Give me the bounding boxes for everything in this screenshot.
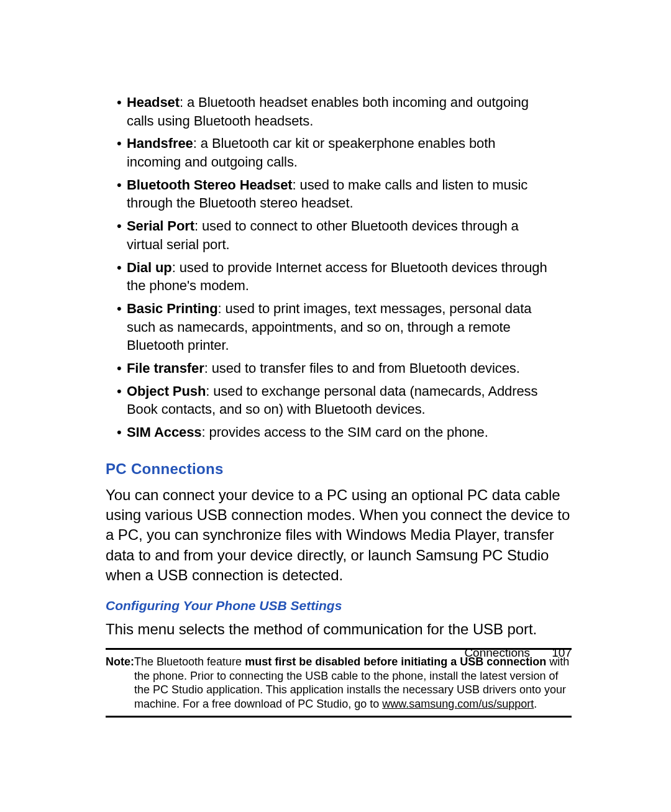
note-text-end: . xyxy=(534,698,537,710)
list-term: Bluetooth Stereo Headset xyxy=(127,177,293,193)
list-item: Bluetooth Stereo Headset: used to make c… xyxy=(117,176,553,212)
page-footer: Connections 107 xyxy=(464,646,572,660)
list-text: : a Bluetooth headset enables both incom… xyxy=(127,94,529,129)
list-text: : provides access to the SIM card on the… xyxy=(201,424,488,440)
list-item: Basic Printing: used to print images, te… xyxy=(117,299,553,355)
list-term: Serial Port xyxy=(127,218,194,234)
list-item: File transfer: used to transfer files to… xyxy=(117,359,553,378)
list-text: : used to transfer files to and from Blu… xyxy=(204,360,520,376)
list-item: Serial Port: used to connect to other Bl… xyxy=(117,217,553,253)
list-term: Object Push xyxy=(127,383,206,399)
footer-page-number: 107 xyxy=(552,646,572,659)
document-page: Headset: a Bluetooth headset enables bot… xyxy=(0,0,671,812)
list-item: Dial up: used to provide Internet access… xyxy=(117,258,553,295)
note-body: The Bluetooth feature must first be disa… xyxy=(134,655,572,711)
list-item: Headset: a Bluetooth headset enables bot… xyxy=(117,93,553,130)
footer-chapter: Connections xyxy=(464,646,530,659)
note-label: Note: xyxy=(106,655,134,669)
section-body-text: You can connect your device to a PC usin… xyxy=(106,485,572,586)
subsection-heading-usb-settings: Configuring Your Phone USB Settings xyxy=(106,598,572,613)
list-text: : used to provide Internet access for Bl… xyxy=(127,260,547,294)
list-term: Dial up xyxy=(127,260,172,275)
list-item: Object Push: used to exchange personal d… xyxy=(117,382,553,419)
bluetooth-profiles-list: Headset: a Bluetooth headset enables bot… xyxy=(106,93,572,442)
list-term: Basic Printing xyxy=(127,301,218,316)
note-link[interactable]: www.samsung.com/us/support xyxy=(382,698,534,710)
list-item: Handsfree: a Bluetooth car kit or speake… xyxy=(117,134,553,171)
list-term: File transfer xyxy=(127,360,204,376)
list-item: SIM Access: provides access to the SIM c… xyxy=(117,423,553,442)
section-heading-pc-connections: PC Connections xyxy=(106,460,572,478)
note-text-pre: The Bluetooth feature xyxy=(134,655,245,668)
list-term: SIM Access xyxy=(127,424,201,440)
list-term: Headset xyxy=(127,94,180,110)
subsection-body-text: This menu selects the method of communic… xyxy=(106,619,572,639)
list-term: Handsfree xyxy=(127,135,193,151)
